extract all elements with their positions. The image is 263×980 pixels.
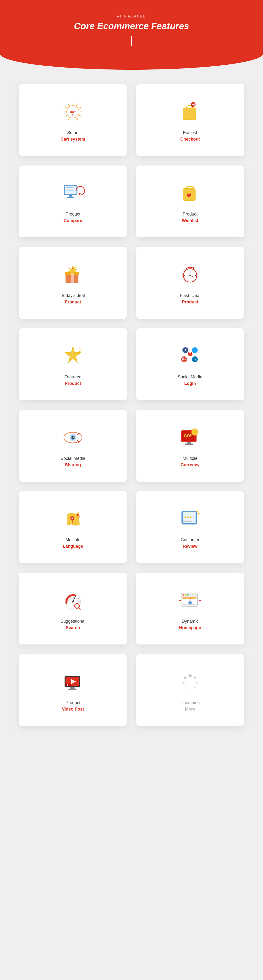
svg-rect-95 [184, 521, 192, 522]
multiple-currency-icon: GO!!! $ [178, 426, 202, 450]
product-wishlist-label: Product Wishlist [182, 211, 198, 224]
card-social-media-sharing: Social media Sharing [19, 410, 127, 482]
upcoming-more-label: Upcoming More [180, 700, 200, 713]
page-header: AT A GLANCE Core Ecommerce Features [0, 0, 263, 70]
svg-point-100 [72, 601, 74, 603]
svg-point-110 [183, 594, 184, 596]
svg-text:$: $ [194, 430, 196, 434]
svg-rect-16 [183, 108, 196, 120]
svg-rect-77 [187, 442, 191, 444]
svg-line-10 [65, 107, 67, 108]
svg-line-1 [76, 104, 78, 106]
svg-marker-121 [200, 600, 201, 601]
svg-line-50 [79, 352, 81, 352]
svg-marker-120 [179, 600, 181, 601]
card-flash-deal: Flash Deal Product [136, 247, 244, 319]
flash-deal-label: Flash Deal Product [180, 293, 200, 305]
product-wishlist-icon [178, 181, 202, 205]
multiple-currency-label: Multiple Currency [181, 455, 200, 468]
features-grid: BUY Smart Cart system [0, 70, 263, 740]
dynamic-homepage-icon [178, 589, 202, 612]
svg-line-11 [68, 104, 69, 106]
svg-point-45 [189, 275, 191, 276]
svg-marker-28 [78, 193, 81, 195]
svg-point-129 [189, 674, 192, 678]
svg-line-107 [79, 608, 80, 609]
svg-point-131 [196, 681, 198, 684]
card-product-wishlist: Product Wishlist [136, 165, 244, 237]
todays-deal-label: Today's deal Product [61, 293, 85, 305]
product-compare-icon [61, 181, 85, 205]
svg-rect-24 [66, 189, 75, 189]
todays-deal-icon [61, 263, 85, 287]
svg-text:BUY: BUY [70, 110, 76, 113]
svg-point-87 [78, 518, 79, 519]
svg-point-132 [194, 686, 196, 688]
easiest-checkout-icon [178, 100, 202, 124]
svg-line-2 [79, 107, 81, 108]
card-product-video-post: Product Video Post [19, 654, 127, 726]
card-customer-review: Customer Review [136, 491, 244, 563]
smart-cart-icon: BUY [61, 100, 85, 124]
svg-point-130 [193, 676, 196, 679]
social-media-login-label: Social Media Login [177, 374, 202, 387]
svg-rect-29 [183, 188, 195, 200]
svg-rect-27 [67, 197, 74, 198]
svg-line-30 [192, 186, 194, 187]
multiple-language-label: Multiple Language [63, 537, 83, 550]
svg-point-112 [187, 594, 189, 596]
svg-line-31 [193, 188, 195, 188]
social-media-sharing-icon [61, 426, 85, 450]
product-compare-label: Product Compare [63, 211, 82, 224]
easiest-checkout-label: Easiest Checkout [180, 130, 200, 143]
product-video-post-label: Product Video Post [62, 700, 84, 713]
card-featured-product: Featured Product [19, 328, 127, 400]
svg-text:G+: G+ [182, 358, 186, 361]
dynamic-homepage-label: Dynamic Homepage [179, 618, 201, 631]
svg-point-135 [182, 682, 185, 684]
svg-marker-47 [65, 347, 81, 363]
svg-line-49 [80, 350, 82, 350]
suggestional-search-icon [61, 589, 85, 612]
card-multiple-currency: GO!!! $ Multiple Currency [136, 410, 244, 482]
multiple-language-icon [61, 507, 85, 531]
svg-rect-23 [66, 187, 73, 188]
header-title: Core Ecommerce Features [5, 21, 258, 31]
svg-point-85 [77, 514, 79, 516]
header-subtitle: AT A GLANCE [5, 14, 258, 18]
svg-rect-26 [69, 195, 72, 197]
svg-point-114 [189, 601, 192, 605]
upcoming-more-icon [178, 670, 202, 694]
svg-rect-78 [185, 444, 193, 445]
suggestional-search-label: Suggestional Search [60, 618, 86, 631]
card-easiest-checkout: Easiest Checkout [136, 84, 244, 156]
card-smart-cart: BUY Smart Cart system [19, 84, 127, 156]
flash-deal-icon [178, 263, 202, 287]
svg-line-63 [186, 355, 189, 358]
featured-product-label: Featured Product [64, 374, 82, 387]
svg-rect-25 [66, 190, 74, 191]
svg-point-84 [71, 517, 73, 519]
svg-rect-128 [68, 689, 76, 690]
social-media-sharing-label: Social media Sharing [60, 455, 85, 468]
svg-line-5 [76, 118, 78, 120]
card-suggestional-search: Suggestional Search [19, 573, 127, 644]
svg-point-60 [189, 351, 191, 353]
card-upcoming-more: Upcoming More [136, 654, 244, 726]
svg-line-48 [79, 348, 81, 349]
card-todays-deal: Today's deal Product [19, 247, 127, 319]
svg-point-68 [72, 436, 74, 439]
customer-review-label: Customer Review [181, 537, 200, 550]
svg-line-4 [79, 115, 81, 116]
svg-line-7 [68, 118, 69, 120]
card-social-media-login: f t G+ in Social M [136, 328, 244, 400]
svg-point-136 [184, 676, 187, 679]
svg-line-8 [65, 115, 67, 116]
header-divider [131, 36, 132, 46]
svg-text:t: t [194, 349, 195, 352]
svg-text:in: in [194, 358, 196, 361]
svg-point-86 [79, 516, 80, 517]
card-multiple-language: Multiple Language [19, 491, 127, 563]
card-product-compare: Product Compare [19, 165, 127, 237]
svg-rect-113 [182, 597, 196, 599]
